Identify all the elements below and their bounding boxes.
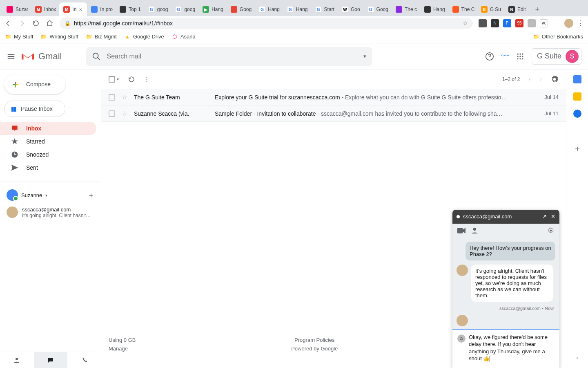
browser-tab[interactable]: Ggoog xyxy=(171,2,198,16)
extension-icon[interactable] xyxy=(528,19,536,27)
star-button[interactable]: ☆ xyxy=(122,110,127,117)
chat-settings-button[interactable] xyxy=(547,227,555,234)
close-button[interactable]: ✕ xyxy=(551,213,555,220)
extension-icon[interactable]: N xyxy=(491,19,499,27)
browser-tab[interactable]: Suzar xyxy=(2,2,31,16)
back-button[interactable] xyxy=(4,20,12,27)
row-checkbox[interactable] xyxy=(109,110,115,117)
boomerang-icon[interactable]: 〰 xyxy=(501,52,509,61)
browser-tab[interactable]: GGoog xyxy=(363,2,392,16)
row-checkbox[interactable] xyxy=(109,94,115,101)
support-button[interactable] xyxy=(485,52,494,61)
hangouts-tab-phone[interactable] xyxy=(67,352,101,368)
apps-button[interactable] xyxy=(516,52,524,61)
message-row[interactable]: ☆The G Suite TeamExplore your G Suite tr… xyxy=(101,89,566,105)
gmail-logo[interactable]: Gmail xyxy=(20,51,62,62)
other-bookmarks-label: Other Bookmarks xyxy=(542,34,583,40)
search-input[interactable] xyxy=(107,53,358,60)
prev-page-button[interactable]: ‹ xyxy=(529,76,530,82)
browser-tab[interactable]: Ggoog xyxy=(144,2,172,16)
bookmark-item[interactable]: ⬡Asana xyxy=(172,34,196,40)
main-menu-button[interactable] xyxy=(7,52,16,61)
favicon xyxy=(120,6,126,13)
browser-tab[interactable]: Hang xyxy=(420,2,448,16)
bookmark-item[interactable]: 📁Biz Mgmt xyxy=(86,34,117,40)
browser-tab[interactable]: Goog xyxy=(227,2,255,16)
hangouts-conversation[interactable]: sscacca@gmail.com It's going alright. Cl… xyxy=(0,203,101,222)
emoji-button[interactable]: ☺ xyxy=(457,334,466,343)
extension-icon[interactable]: P xyxy=(503,19,511,27)
browser-tab[interactable]: The C xyxy=(448,2,477,16)
chat-header[interactable]: sscacca@gmail.com — ↗ ✕ xyxy=(452,210,559,224)
browser-tab[interactable]: WGoo xyxy=(338,2,363,16)
browser-tab[interactable]: MIn× xyxy=(59,2,87,16)
favicon xyxy=(7,6,13,13)
gsuite-label: G Suite xyxy=(537,52,561,61)
new-tab-button[interactable]: + xyxy=(532,4,543,15)
svg-point-12 xyxy=(16,358,18,360)
lock-icon: 🔒 xyxy=(65,20,71,26)
hangouts-tab-contacts[interactable] xyxy=(0,352,34,368)
policies-link[interactable]: Program Policies xyxy=(136,337,493,343)
tasks-addon-icon[interactable] xyxy=(573,110,581,118)
nav-inbox[interactable]: Inbox xyxy=(0,122,96,135)
next-page-button[interactable]: › xyxy=(540,76,541,82)
browser-menu-button[interactable]: ⋮ xyxy=(577,19,584,27)
keep-addon-icon[interactable] xyxy=(573,92,581,101)
browser-tab[interactable]: GHang xyxy=(283,2,311,16)
search-bar[interactable]: ▾ xyxy=(86,47,372,66)
browser-tab[interactable]: GHang xyxy=(255,2,283,16)
svg-point-15 xyxy=(550,230,552,232)
nav-clock[interactable]: Snoozed xyxy=(0,148,96,161)
bookmark-item[interactable]: 📁My Stuff xyxy=(5,34,33,40)
select-all[interactable]: ▾ xyxy=(109,76,119,83)
refresh-button[interactable] xyxy=(128,76,135,83)
hide-sidepanel-button[interactable]: › xyxy=(576,355,578,361)
browser-tab[interactable]: Top 1 xyxy=(116,2,144,16)
star-button[interactable]: ☆ xyxy=(122,93,127,101)
omnibox[interactable]: 🔒 https://mail.google.com/mail/u/1/#inbo… xyxy=(60,18,473,29)
message-row[interactable]: ☆Suzanne Scacca (via.Sample Folder - Inv… xyxy=(101,105,566,122)
pause-inbox-button[interactable]: ▮▮ Pause Inbox xyxy=(4,101,65,117)
more-button[interactable]: ⋮ xyxy=(144,76,149,82)
hangouts-self-row[interactable]: Suzanne ▾ ＋ xyxy=(0,187,101,203)
get-addons-button[interactable]: ＋ xyxy=(573,143,581,154)
close-tab-button[interactable]: × xyxy=(79,7,85,12)
extension-icon[interactable]: 〰 xyxy=(552,19,560,27)
video-call-button[interactable] xyxy=(457,228,466,233)
forward-button[interactable] xyxy=(18,20,26,27)
extension-icon[interactable] xyxy=(479,19,487,27)
reload-button[interactable] xyxy=(32,20,40,27)
extension-icon[interactable]: 95 xyxy=(515,19,523,27)
search-options-button[interactable]: ▾ xyxy=(363,53,366,59)
side-panel: ＋ › xyxy=(566,70,588,368)
other-bookmarks[interactable]: 📁Other Bookmarks xyxy=(533,34,583,40)
compose-button[interactable]: ＋ Compose xyxy=(4,74,65,94)
profile-avatar[interactable] xyxy=(564,19,573,28)
browser-tab[interactable]: MInbox xyxy=(31,2,59,16)
extension-icon[interactable]: w. xyxy=(540,19,548,27)
chat-message-list[interactable]: Hey there! How's your progress on Phase … xyxy=(452,238,559,329)
bookmark-item[interactable]: ▲Google Drive xyxy=(124,34,164,40)
popout-button[interactable]: ↗ xyxy=(542,213,547,220)
add-people-button[interactable] xyxy=(471,227,480,234)
browser-tab[interactable]: BG Su xyxy=(477,2,504,16)
calendar-addon-icon[interactable] xyxy=(573,75,581,83)
browser-tab[interactable]: ▶Hang xyxy=(198,2,227,16)
browser-tab[interactable]: NEdit xyxy=(504,2,529,16)
home-button[interactable] xyxy=(46,20,54,27)
new-conversation-button[interactable]: ＋ xyxy=(87,190,95,200)
nav-send[interactable]: Sent xyxy=(0,161,96,174)
minimize-button[interactable]: — xyxy=(533,213,538,220)
star-icon[interactable]: ☆ xyxy=(463,20,468,27)
chat-input[interactable]: ☺ Okay, we figured there'd be some delay… xyxy=(452,329,559,368)
hangouts-tab-chat[interactable] xyxy=(34,352,68,368)
browser-tab[interactable]: The c xyxy=(392,2,420,16)
gsuite-account-chip[interactable]: G Suite S xyxy=(532,48,581,65)
browser-tab[interactable]: GStart xyxy=(311,2,338,16)
nav-star[interactable]: Starred xyxy=(0,135,96,148)
manage-link[interactable]: Manage xyxy=(109,346,136,352)
settings-button[interactable] xyxy=(550,75,559,83)
bookmark-item[interactable]: 📁Writing Stuff xyxy=(40,34,78,40)
browser-tab[interactable]: In pro xyxy=(87,2,116,16)
